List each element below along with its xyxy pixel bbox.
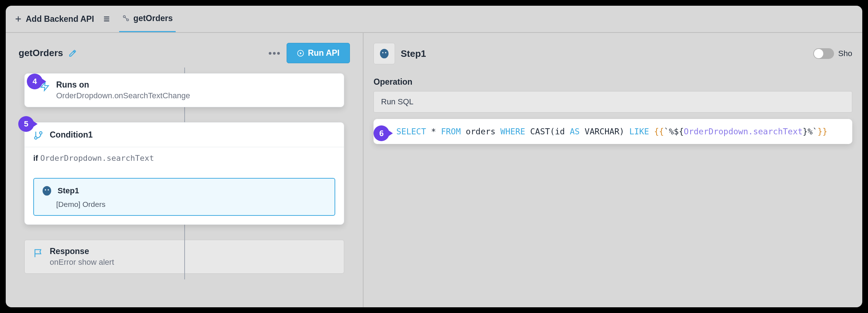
toolbar: Add Backend API getOrders xyxy=(6,6,862,32)
operation-label: Operation xyxy=(369,69,857,91)
run-button-label: Run API xyxy=(308,48,340,58)
api-title: getOrders xyxy=(19,48,63,59)
tab-getorders[interactable]: getOrders xyxy=(119,6,176,33)
play-icon xyxy=(297,50,304,57)
condition-step-card[interactable]: Step1 [Demo] Orders xyxy=(33,178,335,216)
svg-marker-8 xyxy=(300,52,302,54)
condition-card[interactable]: 5 Condition1 if OrderDropdown.searchText… xyxy=(24,122,344,225)
show-toggle[interactable] xyxy=(813,48,834,59)
flag-icon xyxy=(33,248,43,258)
svg-point-14 xyxy=(48,189,49,190)
response-subtitle: onError show alert xyxy=(50,258,114,267)
condition-title: Condition1 xyxy=(50,130,93,140)
sql-editor[interactable]: 6 1 SELECT * FROM orders WHERE CAST(id A… xyxy=(374,119,852,144)
svg-point-10 xyxy=(40,132,42,134)
toggle-label: Sho xyxy=(838,49,852,58)
right-step-title: Step1 xyxy=(401,48,426,59)
add-backend-api-label: Add Backend API xyxy=(26,14,94,24)
datasource-icon-box[interactable] xyxy=(374,43,395,64)
menu-icon[interactable] xyxy=(103,15,111,23)
condition-expression: if OrderDropdown.searchText xyxy=(25,147,344,169)
svg-point-5 xyxy=(123,16,126,18)
step-badge-5: 5 xyxy=(18,116,34,132)
flow-container: 4 Runs on OrderDropdown.onSearchTextChan… xyxy=(11,68,357,279)
more-menu[interactable]: ••• xyxy=(268,48,281,59)
main-content: getOrders ••• Run API 4 Runs on xyxy=(6,32,862,307)
svg-point-15 xyxy=(380,49,389,59)
step-subtitle: [Demo] Orders xyxy=(41,200,327,209)
step-badge-4: 4 xyxy=(27,74,43,89)
svg-point-13 xyxy=(45,189,46,190)
runs-on-title: Runs on xyxy=(56,80,190,90)
condition-header: Condition1 xyxy=(25,123,344,147)
right-panel-header: Step1 Sho xyxy=(369,39,857,69)
postgres-icon xyxy=(379,48,390,59)
left-panel-header: getOrders ••• Run API xyxy=(11,39,357,68)
app-window: Add Backend API getOrders getOrders ••• … xyxy=(6,6,862,307)
right-panel: Step1 Sho Operation Run SQL 6 1 SELECT *… xyxy=(364,32,862,307)
add-backend-api-button[interactable]: Add Backend API xyxy=(14,14,94,24)
plus-icon xyxy=(14,15,22,23)
left-panel: getOrders ••• Run API 4 Runs on xyxy=(6,32,364,307)
workflow-icon xyxy=(122,14,130,22)
svg-point-11 xyxy=(35,137,37,139)
runs-on-subtitle: OrderDropdown.onSearchTextChange xyxy=(56,91,190,100)
postgres-icon xyxy=(41,185,53,197)
step-title: Step1 xyxy=(58,186,79,195)
edit-icon[interactable] xyxy=(69,49,77,57)
svg-point-12 xyxy=(43,186,51,196)
branch-icon xyxy=(33,130,43,140)
svg-point-16 xyxy=(382,52,383,53)
tab-label: getOrders xyxy=(133,14,173,23)
svg-point-17 xyxy=(385,52,386,53)
run-api-button[interactable]: Run API xyxy=(287,43,350,63)
toggle-knob xyxy=(814,49,823,58)
step-badge-6: 6 xyxy=(374,125,389,141)
response-title: Response xyxy=(50,247,114,256)
runs-on-card[interactable]: 4 Runs on OrderDropdown.onSearchTextChan… xyxy=(24,73,344,107)
operation-select[interactable]: Run SQL xyxy=(374,91,852,113)
svg-point-6 xyxy=(127,19,129,21)
